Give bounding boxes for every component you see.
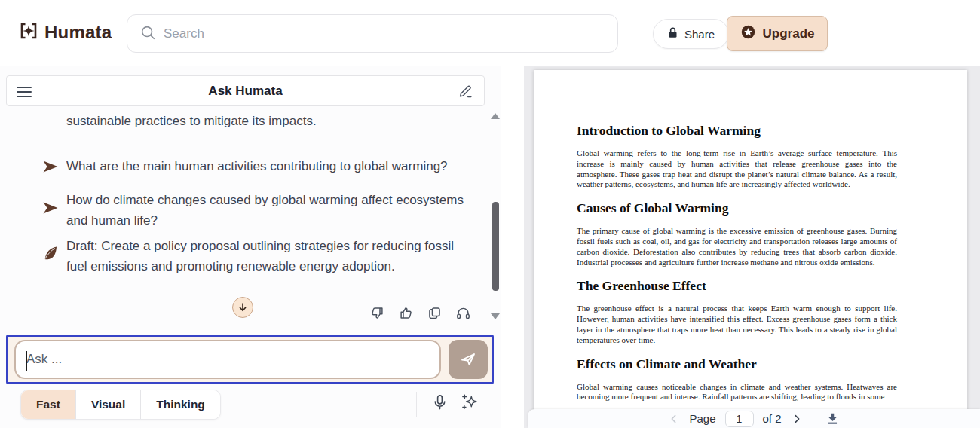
doc-paragraph: Global warming causes noticeable changes…: [577, 382, 897, 403]
doc-heading: Causes of Global Warming: [577, 200, 897, 216]
humata-logo[interactable]: Humata: [18, 20, 112, 44]
scroll-to-bottom-button[interactable]: [232, 297, 253, 318]
ask-input-annotation-box: [6, 335, 494, 384]
chat-scrollbar-thumb[interactable]: [492, 202, 499, 291]
search-input[interactable]: [164, 26, 605, 41]
humata-logo-icon: [18, 20, 39, 44]
down-arrow-icon: [237, 301, 249, 313]
tab-fast[interactable]: Fast: [21, 390, 76, 419]
question-arrow-icon: [41, 157, 60, 176]
pdf-page: Introduction to Global Warming Global wa…: [534, 70, 967, 428]
question-arrow-icon: [41, 199, 60, 217]
doc-heading: The Greenhouse Effect: [577, 278, 897, 294]
copy-icon[interactable]: [427, 305, 443, 321]
chevron-right-icon[interactable]: [791, 413, 803, 425]
page-navigation-bar: Page of 2: [528, 409, 980, 428]
page-number-input[interactable]: [725, 411, 754, 427]
text-caret: [26, 351, 27, 371]
top-header: Humata Share Upgrade: [0, 0, 980, 66]
upgrade-label: Upgrade: [763, 26, 815, 41]
page-total-label: of 2: [763, 412, 782, 425]
suggested-draft[interactable]: Draft: Create a policy proposal outlinin…: [66, 236, 477, 277]
headphones-icon[interactable]: [455, 305, 471, 321]
share-label: Share: [684, 28, 715, 41]
tab-visual[interactable]: Visual: [76, 390, 141, 419]
chat-title: Ask Humata: [7, 84, 484, 99]
previous-message-tail: sustainable practices to mitigate its im…: [66, 114, 317, 129]
doc-paragraph: The greenhouse effect is a natural proce…: [577, 304, 897, 345]
doc-heading: Introduction to Global Warming: [577, 123, 897, 139]
doc-heading: Effects on Climate and Weather: [577, 356, 897, 372]
page-label: Page: [689, 412, 715, 425]
mic-icon[interactable]: [431, 393, 449, 414]
scroll-down-arrow-icon[interactable]: [491, 313, 500, 319]
thumbs-up-icon[interactable]: [398, 305, 414, 321]
chevron-left-icon[interactable]: [668, 413, 680, 425]
star-circle-icon: [740, 24, 756, 44]
suggested-question-2[interactable]: How do climate changes caused by global …: [66, 190, 464, 231]
edit-icon[interactable]: [457, 83, 475, 101]
tab-thinking[interactable]: Thinking: [141, 390, 220, 419]
search-icon: [139, 24, 156, 44]
download-icon[interactable]: [825, 411, 840, 426]
search-bar[interactable]: [127, 14, 618, 53]
response-actions: [369, 305, 471, 321]
document-panel: Introduction to Global Warming Global wa…: [501, 66, 980, 428]
sparkles-icon[interactable]: [461, 393, 479, 414]
lock-icon: [667, 26, 678, 41]
thumbs-down-icon[interactable]: [369, 305, 385, 321]
doc-paragraph: The primary cause of global warming is t…: [577, 226, 897, 268]
pdf-viewer[interactable]: Introduction to Global Warming Global wa…: [524, 66, 980, 428]
feather-icon: [41, 244, 60, 262]
send-button[interactable]: [449, 340, 488, 379]
logo-text: Humata: [44, 22, 112, 43]
divider: [416, 392, 417, 417]
mode-tabs: Fast Visual Thinking: [20, 390, 221, 420]
upgrade-button[interactable]: Upgrade: [727, 16, 828, 51]
chat-panel: Ask Humata sustainable practices to miti…: [0, 66, 501, 428]
chat-header: Ask Humata: [6, 75, 485, 106]
ask-input[interactable]: [16, 352, 439, 367]
scroll-up-arrow-icon[interactable]: [491, 113, 500, 119]
doc-paragraph: Global warming refers to the long-term r…: [577, 148, 897, 190]
suggested-question-1[interactable]: What are the main human activities contr…: [66, 156, 458, 176]
send-plane-icon: [459, 350, 477, 368]
share-button[interactable]: Share: [653, 19, 729, 49]
ask-input-field[interactable]: [14, 340, 441, 379]
